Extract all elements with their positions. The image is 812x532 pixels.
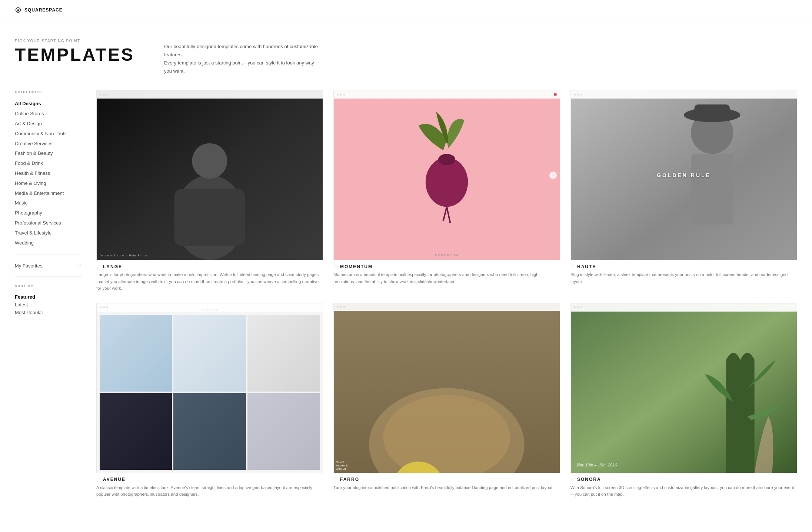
avenue-dot-3 [106,306,108,308]
sidebar-item-food[interactable]: Food & Drink [15,159,81,169]
farro-main-image: Farro [334,303,484,473]
sidebar-item-media[interactable]: Media & Entertainment [15,189,81,199]
farro-name: FARRO [340,477,359,482]
logo-text: SQUARESPACE [24,7,63,13]
sidebar-item-travel[interactable]: Travel & Lifestyle [15,228,81,238]
lange-heart-icon[interactable]: ♡ [96,264,101,269]
momentum-dot-1 [337,94,339,96]
farro-desc: Turn your blog into a polished publicati… [333,484,560,491]
avenue-cell-5 [173,393,246,470]
sidebar-item-photography[interactable]: Photography [15,208,81,218]
template-thumbnail-lange[interactable]: Dance in Trance — Ruby Fulton [96,90,323,260]
template-thumbnail-haute[interactable]: GOLDEN RULE [570,90,797,260]
farro-name-row: ♡ FARRO [333,477,560,482]
hero-text-left: PICK YOUR STARTING POINT TEMPLATES [15,39,134,64]
sidebar-item-professional[interactable]: Professional Services [15,218,81,228]
haute-dot-2 [577,94,579,96]
heart-icon: ♡ [77,263,81,269]
sidebar-item-art-design[interactable]: Art & Design [15,119,81,129]
sort-latest[interactable]: Latest [15,301,81,309]
haute-dot-1 [574,94,576,96]
hero-subtitle: PICK YOUR STARTING POINT [15,39,134,43]
sonora-label: SONORA [781,305,794,307]
sonora-image: May 13th – 15th, 2016 [571,303,797,473]
momentum-nav-arrow[interactable]: › [549,172,557,179]
sidebar-divider-1 [15,255,81,255]
sidebar-item-wedding[interactable]: Wedding [15,238,81,248]
lange-image: Dance in Trance — Ruby Fulton [97,90,323,260]
template-thumbnail-momentum[interactable]: MOMENTUM › [333,90,560,260]
sonora-date-text: May 13th – 15th, 2016 [576,463,617,467]
sort-most-popular[interactable]: Most Popular [15,309,81,316]
template-card-momentum: MOMENTUM › ♡ MOMENTUM Momentum is a beau… [333,90,560,292]
avenue-dot-2 [103,306,105,308]
sort-featured[interactable]: Featured [15,293,81,301]
sidebar-item-online-stores[interactable]: Online Stores [15,109,81,119]
sidebar: CATEGORIES All Designs Online Stores Art… [15,90,81,498]
template-card-haute: GOLDEN RULE ♡ HAUTE Blog in style with H… [570,90,797,292]
sonora-dot-1 [574,306,576,308]
haute-image: GOLDEN RULE [571,90,797,260]
sidebar-item-fashion[interactable]: Fashion & Beauty [15,149,81,159]
sidebar-item-health[interactable]: Health & Fitness [15,169,81,179]
haute-heart-icon[interactable]: ♡ [570,264,575,269]
sidebar-favorites[interactable]: My Favorites ♡ [15,262,81,270]
farro-heart-icon[interactable]: ♡ [333,477,338,482]
momentum-label: MOMENTUM [435,253,459,257]
sidebar-item-home[interactable]: Home & Living [15,179,81,189]
momentum-name-row: ♡ MOMENTUM [333,264,560,269]
sidebar-item-all-designs[interactable]: All Designs [15,99,81,109]
avenue-top-bar [97,303,323,312]
haute-title-text: GOLDEN RULE [657,172,711,178]
momentum-heart-icon[interactable]: ♡ [333,264,338,269]
sidebar-item-creative-services[interactable]: Creative Services [15,139,81,149]
sonora-top-bar [571,303,797,312]
hero-desc-line1: Our beautifully-designed templates come … [164,44,318,57]
farro-food-label: ChipotleZucchini &Lentil Dip [336,460,348,471]
svg-rect-13 [691,154,733,225]
hero-section: PICK YOUR STARTING POINT TEMPLATES Our b… [0,20,812,90]
logo[interactable]: SQUARESPACE [15,7,63,13]
lange-dot-3 [106,94,108,96]
avenue-cell-6 [247,393,320,470]
sonora-dot-2 [577,306,579,308]
avenue-dot-1 [100,306,102,308]
sonora-heart-icon[interactable]: ♡ [570,477,575,482]
template-card-avenue: AVENUE ♡ AVENUE A classic template with … [96,303,323,498]
haute-desc: Blog in style with Haute, a sleek templa… [570,271,797,285]
svg-rect-4 [174,189,245,246]
sidebar-item-community[interactable]: Community & Non-Profit [15,129,81,139]
sidebar-item-music[interactable]: Music [15,198,81,208]
farro-bar-dot-3 [343,306,345,308]
template-thumbnail-avenue[interactable]: AVENUE [96,303,323,473]
squarespace-logo-icon [15,7,21,13]
farro-top-bar [334,303,560,311]
template-thumbnail-farro[interactable]: Farro Chipotle Zucchini & Lentil Dip [333,303,560,473]
haute-dot-3 [580,94,582,96]
haute-text-overlay: GOLDEN RULE [657,172,711,178]
avenue-cell-3 [247,315,320,392]
template-thumbnail-sonora[interactable]: May 13th – 15th, 2016 SONORA [570,303,797,473]
lange-dot-1 [100,94,102,96]
lange-caption: Dance in Trance — Ruby Fulton [100,254,147,257]
sidebar-divider-2 [15,276,81,277]
haute-top-bar [571,90,797,99]
header: SQUARESPACE [0,0,812,20]
avenue-name: AVENUE [103,477,126,482]
momentum-dot-3 [343,94,345,96]
momentum-top-bar [334,90,560,99]
momentum-desc: Momentum is a beautiful template built e… [333,271,560,285]
svg-point-3 [192,143,227,179]
lange-desc: Lange is for photographers who want to m… [96,271,323,292]
hero-desc-line2: Every template is just a starting point—… [164,60,314,74]
lange-top-bar [97,90,323,99]
avenue-cell-4 [100,393,172,470]
momentum-name: MOMENTUM [340,264,373,269]
farro-bar-dot-1 [337,306,339,308]
lange-name-row: ♡ LANGE [96,264,323,269]
main-content: CATEGORIES All Designs Online Stores Art… [0,90,812,512]
sonora-name-row: ♡ SONORA [570,477,797,482]
svg-rect-15 [695,104,730,119]
avenue-heart-icon[interactable]: ♡ [96,477,101,482]
categories-label: CATEGORIES [15,90,81,94]
